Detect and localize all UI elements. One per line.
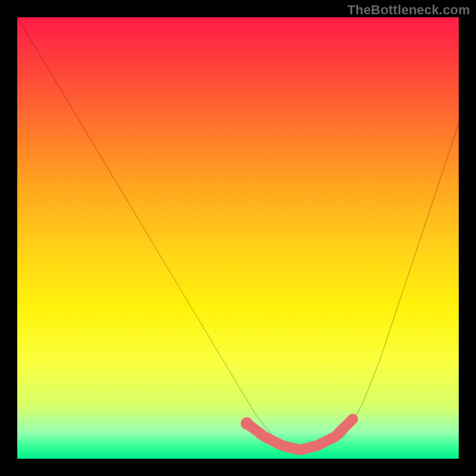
chart-svg — [17, 17, 459, 459]
highlight-band-path — [247, 419, 353, 450]
watermark-label: TheBottleneck.com — [347, 2, 470, 18]
highlight-dot-circle — [240, 417, 253, 430]
chart-frame: TheBottleneck.com — [0, 0, 476, 476]
bottleneck-curve-path — [17, 17, 459, 450]
